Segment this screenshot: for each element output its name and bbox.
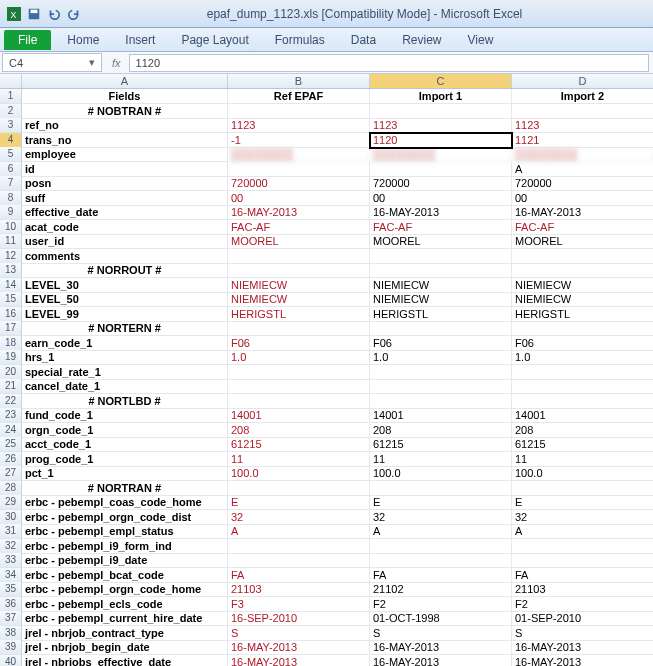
- row-header[interactable]: 23: [0, 408, 22, 423]
- cell[interactable]: 16-SEP-2010: [228, 611, 370, 626]
- cell[interactable]: 1.0: [370, 350, 512, 365]
- cell[interactable]: earn_code_1: [22, 336, 228, 351]
- cell[interactable]: 720000: [370, 176, 512, 191]
- cell[interactable]: F2: [370, 597, 512, 612]
- cell[interactable]: 32: [370, 510, 512, 525]
- cell[interactable]: [370, 481, 512, 496]
- row-header[interactable]: 40: [0, 655, 22, 667]
- cell[interactable]: 16-MAY-2013: [370, 655, 512, 667]
- cell[interactable]: [228, 249, 370, 264]
- cell[interactable]: [370, 321, 512, 336]
- row-header[interactable]: 5: [0, 147, 22, 162]
- cell[interactable]: FA: [370, 568, 512, 583]
- cell[interactable]: F06: [512, 336, 653, 351]
- cell[interactable]: [370, 539, 512, 554]
- cell[interactable]: NIEMIECW: [512, 278, 653, 293]
- row-header[interactable]: 14: [0, 278, 22, 293]
- row-header[interactable]: 35: [0, 582, 22, 597]
- cell[interactable]: 208: [512, 423, 653, 438]
- row-header[interactable]: 16: [0, 307, 22, 322]
- cell[interactable]: suff: [22, 191, 228, 206]
- cell[interactable]: NIEMIECW: [228, 278, 370, 293]
- cell[interactable]: LEVEL_99: [22, 307, 228, 322]
- cell[interactable]: F3: [228, 597, 370, 612]
- cell[interactable]: 208: [228, 423, 370, 438]
- cell[interactable]: HERIGSTL: [370, 307, 512, 322]
- cell[interactable]: 32: [512, 510, 653, 525]
- cell[interactable]: pct_1: [22, 466, 228, 481]
- cell[interactable]: 61215: [228, 437, 370, 452]
- col-header-d[interactable]: D: [512, 74, 653, 88]
- row-header[interactable]: 34: [0, 568, 22, 583]
- cell[interactable]: 16-MAY-2013: [512, 655, 653, 667]
- cell[interactable]: 11: [370, 452, 512, 467]
- row-header[interactable]: 37: [0, 611, 22, 626]
- cell[interactable]: [228, 162, 370, 177]
- cell[interactable]: [512, 104, 653, 119]
- cell[interactable]: E: [370, 495, 512, 510]
- cell[interactable]: F06: [370, 336, 512, 351]
- cell[interactable]: 11: [228, 452, 370, 467]
- cell[interactable]: NIEMIECW: [512, 292, 653, 307]
- cell[interactable]: 00: [228, 191, 370, 206]
- header-import-1[interactable]: Import 1: [370, 89, 512, 104]
- row-header[interactable]: 8: [0, 191, 22, 206]
- cell[interactable]: 16-MAY-2013: [370, 205, 512, 220]
- cell[interactable]: 00: [512, 191, 653, 206]
- row-header[interactable]: 22: [0, 394, 22, 409]
- cell[interactable]: S: [512, 626, 653, 641]
- row-header[interactable]: 20: [0, 365, 22, 380]
- header-import-2[interactable]: Import 2: [512, 89, 653, 104]
- cell[interactable]: S: [370, 626, 512, 641]
- row-header[interactable]: 31: [0, 524, 22, 539]
- formula-input[interactable]: 1120: [129, 54, 649, 72]
- cell[interactable]: [370, 394, 512, 409]
- cell[interactable]: FA: [228, 568, 370, 583]
- cell[interactable]: [512, 249, 653, 264]
- cell[interactable]: jrel - nbrjob_contract_type: [22, 626, 228, 641]
- cell[interactable]: NIEMIECW: [228, 292, 370, 307]
- cell[interactable]: [512, 539, 653, 554]
- cell[interactable]: MOOREL: [512, 234, 653, 249]
- cell[interactable]: [370, 263, 512, 278]
- cell[interactable]: [370, 365, 512, 380]
- cell[interactable]: # NORTRAN #: [22, 481, 228, 496]
- row-header[interactable]: 27: [0, 466, 22, 481]
- cell[interactable]: hrs_1: [22, 350, 228, 365]
- cell[interactable]: acat_code: [22, 220, 228, 235]
- cell[interactable]: prog_code_1: [22, 452, 228, 467]
- cell[interactable]: user_id: [22, 234, 228, 249]
- cell[interactable]: F2: [512, 597, 653, 612]
- cell[interactable]: 1121: [512, 133, 653, 148]
- cell[interactable]: [228, 321, 370, 336]
- row-header[interactable]: 29: [0, 495, 22, 510]
- cell[interactable]: [228, 553, 370, 568]
- cell[interactable]: [228, 365, 370, 380]
- redo-icon[interactable]: [66, 6, 82, 22]
- cell[interactable]: 32: [228, 510, 370, 525]
- cell[interactable]: [512, 263, 653, 278]
- cell[interactable]: MOOREL: [228, 234, 370, 249]
- cell[interactable]: 61215: [512, 437, 653, 452]
- cell[interactable]: erbc - pebempl_orgn_code_dist: [22, 510, 228, 525]
- cell[interactable]: 14001: [370, 408, 512, 423]
- row-header[interactable]: 32: [0, 539, 22, 554]
- cell[interactable]: MOOREL: [370, 234, 512, 249]
- file-tab[interactable]: File: [4, 30, 51, 50]
- row-header[interactable]: 18: [0, 336, 22, 351]
- cell[interactable]: 720000: [228, 176, 370, 191]
- tab-data[interactable]: Data: [341, 30, 386, 50]
- cell[interactable]: erbc - pebempl_i9_form_ind: [22, 539, 228, 554]
- row-header[interactable]: 12: [0, 249, 22, 264]
- cell[interactable]: 21102: [370, 582, 512, 597]
- row-header[interactable]: 36: [0, 597, 22, 612]
- cell[interactable]: fund_code_1: [22, 408, 228, 423]
- cell[interactable]: E: [228, 495, 370, 510]
- cell[interactable]: # NOBTRAN #: [22, 104, 228, 119]
- tab-insert[interactable]: Insert: [115, 30, 165, 50]
- cell[interactable]: [512, 321, 653, 336]
- row-header[interactable]: 17: [0, 321, 22, 336]
- row-header[interactable]: 25: [0, 437, 22, 452]
- cell[interactable]: LEVEL_50: [22, 292, 228, 307]
- cell[interactable]: orgn_code_1: [22, 423, 228, 438]
